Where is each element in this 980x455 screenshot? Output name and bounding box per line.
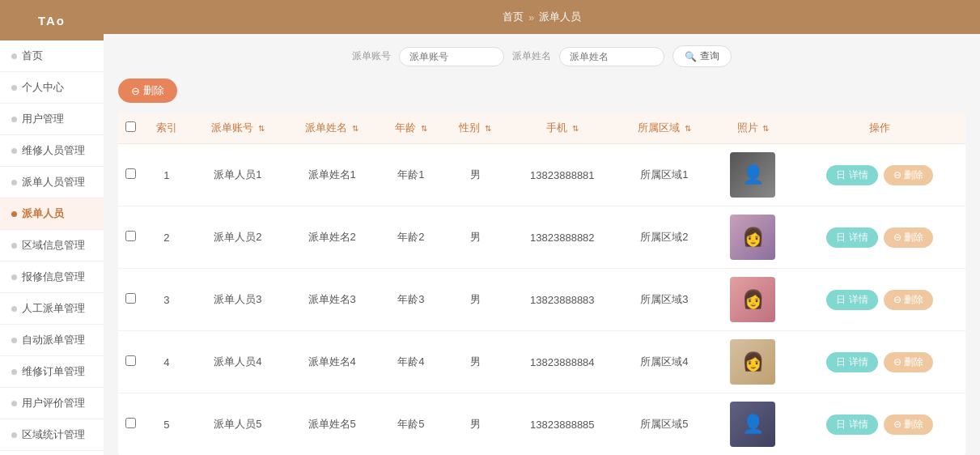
th-phone: 手机 ⇅ [507, 113, 617, 144]
sidebar-label-repair-info: 报修信息管理 [22, 270, 85, 284]
table-header-row: 索引 派单账号 ⇅ 派单姓名 ⇅ 年龄 ⇅ 性别 ⇅ 手机 ⇅ 所属区域 ⇅ 照… [118, 113, 965, 144]
row-checkbox-1[interactable] [125, 168, 136, 179]
row-delete-button-5[interactable]: ⊖ 删除 [884, 415, 933, 435]
sort-photo-icon: ⇅ [762, 124, 769, 133]
sidebar-item-home[interactable]: 首页 [0, 40, 104, 72]
row-account-1: 派单人员1 [191, 144, 285, 206]
row-phone-3: 13823888883 [507, 269, 617, 331]
sidebar-item-repair-order[interactable]: 维修订单管理 [0, 356, 104, 388]
detail-button-3[interactable]: 日 详情 [826, 290, 877, 310]
row-delete-button-4[interactable]: ⊖ 删除 [884, 352, 933, 372]
detail-button-5[interactable]: 日 详情 [826, 415, 877, 435]
row-gender-2: 男 [443, 206, 507, 269]
search-button[interactable]: 🔍 查询 [672, 45, 732, 67]
th-gender: 性别 ⇅ [443, 113, 507, 144]
sidebar-item-area-info[interactable]: 区域信息管理 [0, 230, 104, 262]
sidebar-item-profile[interactable]: 个人中心 [0, 72, 104, 104]
th-photo: 照片 ⇅ [711, 113, 795, 144]
sidebar-item-user-eval[interactable]: 用户评价管理 [0, 388, 104, 419]
row-check-1 [118, 144, 142, 206]
row-check-5 [118, 393, 142, 456]
search-input-name[interactable] [559, 47, 664, 66]
th-name: 派单姓名 ⇅ [285, 113, 379, 144]
search-bar: 派单账号 派单姓名 🔍 查询 [118, 45, 965, 67]
th-action: 操作 [795, 113, 965, 144]
sidebar-label-user-mgmt: 用户管理 [22, 112, 64, 126]
sidebar-item-area-stat[interactable]: 区域统计管理 [0, 419, 104, 451]
data-table-wrapper: 索引 派单账号 ⇅ 派单姓名 ⇅ 年龄 ⇅ 性别 ⇅ 手机 ⇅ 所属区域 ⇅ 照… [118, 113, 965, 455]
sidebar-dot-dispatch-person [11, 211, 17, 217]
row-action-5: 日 详情 ⊖ 删除 [795, 393, 965, 456]
row-checkbox-3[interactable] [125, 293, 136, 304]
select-all-checkbox[interactable] [125, 121, 136, 132]
sidebar-title: TAo [38, 14, 66, 28]
row-name-1: 派单姓名1 [285, 144, 379, 206]
row-check-2 [118, 206, 142, 269]
sidebar-item-dispatch-person[interactable]: 派单人员 [0, 198, 104, 230]
sort-age-icon: ⇅ [421, 124, 427, 133]
sidebar-label-dispatch-mgmt: 派单人员管理 [22, 175, 85, 189]
sidebar-item-user-mgmt[interactable]: 用户管理 [0, 104, 104, 135]
detail-button-4[interactable]: 日 详情 [826, 352, 877, 372]
search-label-2: 派单姓名 [512, 49, 551, 63]
detail-button-2[interactable]: 日 详情 [826, 228, 877, 248]
sidebar-dot-user-mgmt [11, 117, 17, 122]
delete-label: 删除 [143, 83, 164, 98]
row-photo-2: 👩 [711, 206, 795, 269]
sidebar-item-repair-person[interactable]: 维修人员管理 [0, 135, 104, 167]
th-age: 年龄 ⇅ [379, 113, 443, 144]
photo-avatar-5: 👤 [730, 402, 775, 447]
row-gender-5: 男 [443, 393, 507, 456]
breadcrumb-separator: » [528, 11, 534, 23]
search-input-account[interactable] [399, 47, 504, 66]
sidebar-item-daily-stat[interactable]: 日期统计管理 [0, 451, 104, 455]
sidebar-item-dispatch-mgmt[interactable]: 派单人员管理 [0, 167, 104, 198]
row-delete-button-1[interactable]: ⊖ 删除 [884, 165, 933, 185]
row-checkbox-2[interactable] [125, 231, 136, 241]
sort-name-icon: ⇅ [352, 124, 358, 133]
row-gender-3: 男 [443, 269, 507, 331]
sort-gender-icon: ⇅ [485, 124, 491, 133]
row-account-3: 派单人员3 [191, 269, 285, 331]
sidebar-item-manual-dispatch[interactable]: 人工派单管理 [0, 293, 104, 325]
sidebar-dot-manual-dispatch [11, 306, 17, 312]
sidebar-dot-user-eval [11, 401, 17, 406]
row-index-4: 4 [142, 331, 191, 393]
photo-avatar-1: 👤 [730, 152, 775, 198]
row-phone-1: 13823888881 [507, 144, 617, 206]
table-row: 1 派单人员1 派单姓名1 年龄1 男 13823888881 所属区域1 👤 … [118, 144, 965, 206]
row-checkbox-5[interactable] [125, 418, 136, 428]
row-photo-1: 👤 [711, 144, 795, 206]
row-account-5: 派单人员5 [191, 393, 285, 456]
toolbar: ⊖ 删除 [118, 79, 965, 103]
row-gender-4: 男 [443, 331, 507, 393]
sort-phone-icon: ⇅ [572, 124, 579, 133]
table-row: 4 派单人员4 派单姓名4 年龄4 男 13823888884 所属区域4 👩 … [118, 331, 965, 393]
sidebar-item-repair-info[interactable]: 报修信息管理 [0, 262, 104, 293]
sidebar-dot-home [11, 53, 17, 59]
row-check-4 [118, 331, 142, 393]
sidebar-dot-repair-info [11, 274, 17, 280]
sidebar-label-profile: 个人中心 [22, 80, 64, 95]
row-photo-5: 👤 [711, 393, 795, 456]
row-delete-button-2[interactable]: ⊖ 删除 [884, 228, 933, 248]
data-table: 索引 派单账号 ⇅ 派单姓名 ⇅ 年龄 ⇅ 性别 ⇅ 手机 ⇅ 所属区域 ⇅ 照… [118, 113, 965, 455]
row-age-4: 年龄4 [379, 331, 443, 393]
batch-delete-button[interactable]: ⊖ 删除 [118, 79, 177, 103]
sidebar-header: TAo [0, 0, 104, 40]
sidebar-label-area-stat: 区域统计管理 [22, 427, 85, 442]
table-row: 5 派单人员5 派单姓名5 年龄5 男 13823888885 所属区域5 👤 … [118, 393, 965, 456]
row-checkbox-4[interactable] [125, 355, 136, 366]
row-photo-4: 👩 [711, 331, 795, 393]
row-delete-button-3[interactable]: ⊖ 删除 [884, 290, 933, 310]
main-content: 首页 » 派单人员 派单账号 派单姓名 🔍 查询 ⊖ 删除 [104, 0, 980, 455]
topbar: 首页 » 派单人员 [104, 0, 980, 34]
detail-button-1[interactable]: 日 详情 [826, 165, 877, 185]
th-area: 所属区域 ⇅ [617, 113, 711, 144]
row-phone-4: 13823888884 [507, 331, 617, 393]
th-check [118, 113, 142, 144]
sidebar-item-auto-dispatch[interactable]: 自动派单管理 [0, 325, 104, 356]
breadcrumb-home: 首页 [503, 10, 524, 24]
th-account: 派单账号 ⇅ [191, 113, 285, 144]
row-name-2: 派单姓名2 [285, 206, 379, 269]
